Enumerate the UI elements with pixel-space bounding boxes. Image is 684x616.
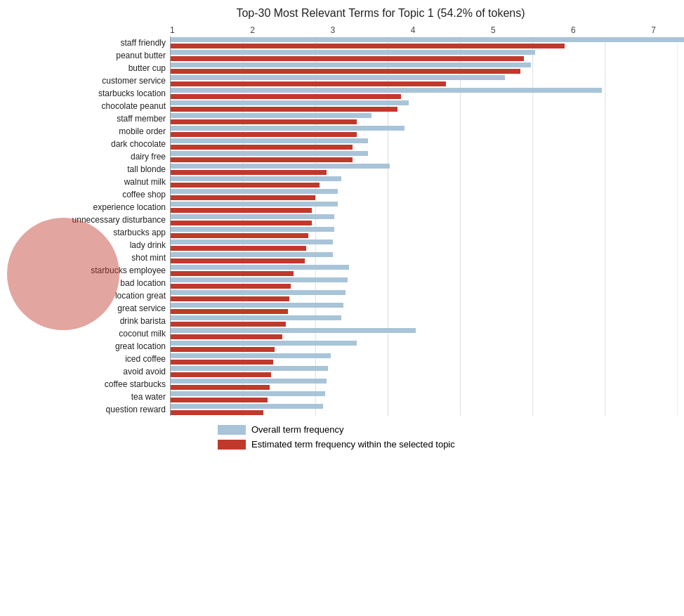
x-label-3: 3 [330, 25, 335, 35]
bar-row [171, 138, 684, 150]
bar-overall [171, 366, 328, 371]
bar-overall [171, 315, 341, 320]
bar-estimated [171, 170, 327, 175]
y-label: tea water [7, 391, 170, 403]
bar-row [171, 302, 684, 315]
bar-row [171, 74, 684, 87]
bar-row [171, 353, 684, 365]
legend-overall-label: Overall term frequency [251, 424, 344, 435]
bar-overall [171, 252, 333, 257]
y-label: great location [7, 340, 170, 353]
y-label: dairy free [7, 150, 170, 163]
bar-estimated [171, 69, 520, 74]
bars-area [170, 37, 684, 416]
bar-estimated [171, 132, 357, 137]
y-label: coconut milk [7, 327, 170, 340]
legend-overall-color [218, 425, 246, 435]
bar-overall [171, 341, 357, 346]
bar-estimated [171, 208, 312, 213]
bar-row [171, 403, 684, 416]
bar-overall [171, 404, 323, 409]
bar-estimated [171, 360, 273, 365]
bar-row [171, 87, 684, 100]
bar-overall [171, 88, 602, 93]
bar-overall [171, 50, 535, 55]
legend-estimated-label: Estimated term frequency within the sele… [251, 439, 455, 450]
bar-row [171, 251, 684, 264]
bar-row [171, 62, 684, 74]
bar-estimated [171, 119, 357, 124]
bar-rows [171, 37, 684, 416]
bar-estimated [171, 145, 353, 150]
bar-overall [171, 227, 334, 232]
bar-estimated [171, 398, 268, 402]
y-label: staff friendly [7, 37, 170, 49]
bar-estimated [171, 183, 320, 188]
bar-overall [171, 63, 531, 67]
bar-overall [171, 138, 368, 143]
bar-estimated [171, 284, 291, 289]
bar-row [171, 214, 684, 226]
bar-estimated [171, 334, 282, 339]
bar-estimated [171, 221, 312, 225]
bar-overall [171, 240, 333, 244]
legend-overall: Overall term frequency [218, 424, 344, 435]
bar-estimated [171, 258, 305, 263]
bar-overall [171, 189, 338, 194]
bar-estimated [171, 94, 401, 99]
x-label-5: 5 [491, 25, 496, 35]
bar-overall [171, 265, 349, 270]
y-label: customer service [7, 74, 170, 87]
bar-estimated [171, 195, 315, 200]
bar-overall [171, 37, 684, 42]
bar-row [171, 37, 684, 49]
bar-estimated [171, 81, 446, 86]
y-label: coffee shop [7, 188, 170, 201]
bar-overall [171, 75, 505, 80]
bar-estimated [171, 233, 308, 238]
topic-circle [7, 218, 119, 330]
bar-estimated [171, 309, 288, 314]
bar-estimated [171, 107, 397, 112]
y-label: tall blonde [7, 163, 170, 176]
bar-row [171, 327, 684, 340]
y-label: question reward [7, 403, 170, 416]
bar-row [171, 188, 684, 201]
bar-overall [171, 214, 334, 219]
y-label: avoid avoid [7, 365, 170, 378]
bar-overall [171, 176, 341, 181]
bar-overall [171, 113, 371, 118]
bar-row [171, 315, 684, 327]
bar-overall [171, 290, 346, 295]
bar-overall [171, 126, 405, 131]
bar-overall [171, 353, 331, 358]
bar-row [171, 100, 684, 112]
y-label: chocolate peanut [7, 100, 170, 112]
bar-row [171, 125, 684, 138]
x-label-1: 1 [170, 25, 175, 35]
bar-row [171, 391, 684, 403]
bar-overall [171, 303, 343, 308]
bar-overall [171, 277, 348, 282]
legend-estimated-color [218, 440, 246, 450]
y-label: staff member [7, 112, 170, 125]
bar-overall [171, 100, 409, 105]
y-label: starbucks location [7, 87, 170, 100]
y-label: coffee starbucks [7, 378, 170, 391]
x-label-4: 4 [411, 25, 416, 35]
bar-overall [171, 202, 338, 207]
bar-estimated [171, 271, 294, 276]
bar-row [171, 378, 684, 391]
bar-row [171, 239, 684, 251]
x-axis: 1 2 3 4 5 6 7 [170, 25, 656, 35]
y-label: peanut butter [7, 49, 170, 62]
bar-estimated [171, 385, 270, 390]
x-label-6: 6 [571, 25, 576, 35]
bar-estimated [171, 44, 565, 48]
bar-estimated [171, 296, 289, 301]
y-label: experience location [7, 201, 170, 214]
bar-estimated [171, 410, 263, 415]
y-label: mobile order [7, 125, 170, 138]
bar-estimated [171, 246, 306, 251]
bar-row [171, 163, 684, 176]
